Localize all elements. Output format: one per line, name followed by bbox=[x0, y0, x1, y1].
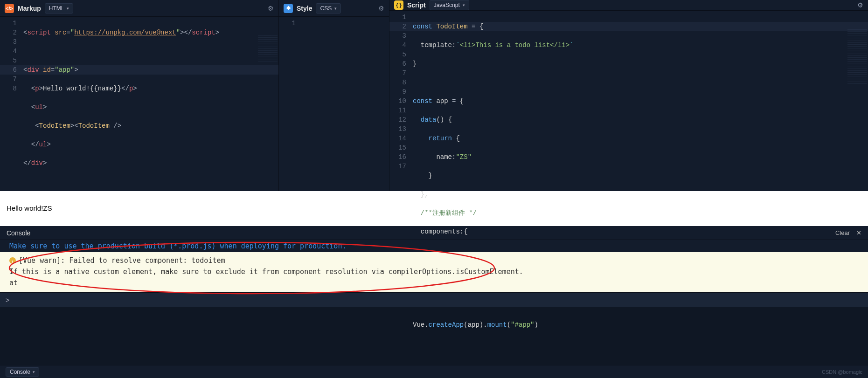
chevron-down-icon: ▾ bbox=[33, 370, 35, 374]
style-title: Style bbox=[297, 5, 312, 12]
script-title: Script bbox=[407, 1, 426, 9]
console-info-line: Make sure to use the production build (*… bbox=[0, 240, 868, 252]
style-editor[interactable]: 1 bbox=[279, 17, 389, 191]
markup-badge-icon: </> bbox=[5, 4, 14, 13]
style-pane: ✱ Style CSS ▾ ⚙ 1 bbox=[279, 0, 389, 191]
console-toggle-button[interactable]: Console ▾ bbox=[6, 367, 39, 377]
script-lang-label: JavaScript bbox=[434, 2, 460, 8]
markup-title: Markup bbox=[18, 5, 41, 12]
console-body[interactable]: Make sure to use the production build (*… bbox=[0, 240, 868, 292]
console-title: Console bbox=[7, 229, 30, 237]
markup-header: </> Markup HTML ▾ ⚙ bbox=[0, 0, 278, 17]
chevron-down-icon: ▾ bbox=[463, 3, 465, 7]
output-text: Hello world!ZS bbox=[7, 204, 52, 212]
script-gutter: 1234567891011121314151617 bbox=[389, 13, 413, 348]
markup-editor[interactable]: 12345678 <script src="https://unpkg.com/… bbox=[0, 17, 278, 191]
style-gutter: 1 bbox=[279, 19, 302, 191]
script-header: { } Script JavaScript ▾ ⚙ bbox=[389, 0, 868, 11]
style-header: ✱ Style CSS ▾ ⚙ bbox=[279, 0, 389, 17]
warning-icon bbox=[9, 257, 16, 264]
watermark: CSDN @bomagic bbox=[822, 369, 862, 375]
warn-line-3: at bbox=[9, 277, 859, 289]
script-code[interactable]: const TodoItem = { template:`<li>This is… bbox=[413, 13, 868, 348]
console-warn-block: [Vue warn]: Failed to resolve component:… bbox=[0, 252, 868, 292]
markup-gutter: 12345678 bbox=[0, 19, 23, 191]
warn-line-2: If this is a native custom element, make… bbox=[9, 266, 859, 277]
script-pane: { } Script JavaScript ▾ ⚙ 12345678910111… bbox=[389, 0, 868, 191]
script-editor[interactable]: 1234567891011121314151617 const TodoItem… bbox=[389, 11, 868, 348]
warn-line-1: [Vue warn]: Failed to resolve component:… bbox=[19, 256, 225, 265]
markup-code[interactable]: <script src="https://unpkg.com/vue@next"… bbox=[23, 19, 278, 191]
style-code[interactable] bbox=[302, 19, 389, 191]
markup-lang-label: HTML bbox=[49, 5, 64, 12]
style-lang-label: CSS bbox=[320, 5, 332, 12]
gear-icon[interactable]: ⚙ bbox=[378, 5, 384, 12]
markup-lang-select[interactable]: HTML ▾ bbox=[45, 3, 74, 14]
console-pill-label: Console bbox=[10, 369, 30, 375]
script-lang-select[interactable]: JavaScript ▾ bbox=[430, 0, 469, 10]
script-badge-icon: { } bbox=[394, 0, 403, 10]
gear-icon[interactable]: ⚙ bbox=[268, 5, 274, 12]
gear-icon[interactable]: ⚙ bbox=[857, 1, 863, 9]
style-badge-icon: ✱ bbox=[284, 4, 293, 13]
markup-pane: </> Markup HTML ▾ ⚙ 12345678 <script src… bbox=[0, 0, 279, 191]
prompt-icon: > bbox=[6, 296, 9, 304]
style-lang-select[interactable]: CSS ▾ bbox=[316, 3, 341, 14]
chevron-down-icon: ▾ bbox=[67, 6, 69, 11]
bottom-bar: Console ▾ CSDN @bomagic bbox=[0, 365, 868, 378]
chevron-down-icon: ▾ bbox=[334, 6, 337, 11]
